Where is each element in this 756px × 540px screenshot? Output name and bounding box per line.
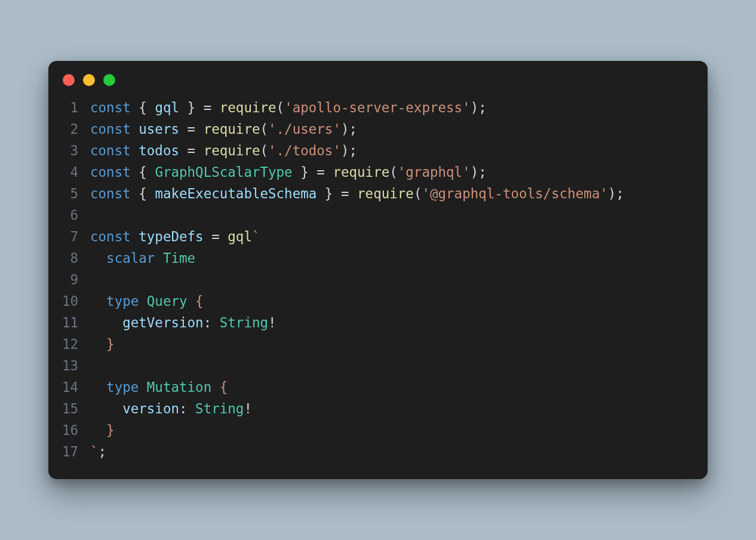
token-punct: = — [179, 121, 204, 137]
token-punct: } = — [293, 164, 333, 180]
token-punct: ); — [341, 143, 357, 158]
token-fn: gql — [228, 229, 252, 244]
titlebar — [48, 61, 708, 92]
editor-window: 1const { gql } = require('apollo-server-… — [48, 61, 708, 479]
token-kw: const — [90, 186, 131, 201]
token-str — [90, 250, 106, 266]
token-punct: ); — [471, 100, 487, 115]
code-line: 2const users = require('./users'); — [48, 118, 708, 140]
token-punct: ); — [471, 164, 487, 180]
line-number: 12 — [48, 333, 90, 355]
token-punct — [131, 143, 139, 158]
token-str: 'apollo-server-express' — [284, 100, 471, 115]
token-str — [90, 315, 122, 330]
line-number: 1 — [48, 97, 90, 118]
token-var: todos — [139, 143, 179, 158]
token-str — [90, 293, 106, 309]
code-area[interactable]: 1const { gql } = require('apollo-server-… — [48, 92, 708, 479]
token-str — [155, 250, 163, 266]
code-content: const { GraphQLScalarType } = require('g… — [90, 161, 501, 183]
token-str: './users' — [268, 121, 341, 137]
token-fn: require — [357, 186, 414, 201]
code-line: 5const { makeExecutableSchema } = requir… — [48, 183, 708, 204]
line-number: 15 — [48, 398, 90, 419]
window-close-button[interactable] — [63, 74, 75, 86]
line-number: 14 — [48, 376, 90, 398]
code-content: } — [90, 419, 129, 441]
code-content: version: String! — [90, 398, 266, 419]
token-var: makeExecutableSchema — [155, 186, 316, 201]
code-line: 3const todos = require('./todos'); — [48, 140, 708, 161]
code-content: const users = require('./users'); — [90, 118, 371, 140]
token-punct: ( — [414, 186, 422, 201]
code-content: type Query { — [90, 290, 218, 312]
line-number: 8 — [48, 247, 90, 269]
token-cls: String — [220, 315, 268, 330]
token-str — [139, 293, 147, 309]
line-number: 6 — [48, 204, 90, 226]
code-line: 4const { GraphQLScalarType } = require('… — [48, 161, 708, 183]
token-punct: { — [131, 164, 155, 180]
token-str — [90, 379, 106, 395]
token-punct: : — [204, 315, 220, 330]
code-line: 15 version: String! — [48, 398, 708, 419]
code-line: 6 — [48, 204, 708, 226]
code-content: type Mutation { — [90, 376, 242, 398]
token-punct: ! — [244, 401, 252, 416]
line-number: 5 — [48, 183, 90, 204]
code-line: 14 type Mutation { — [48, 376, 708, 398]
token-kw: type — [106, 379, 139, 395]
token-punct: } = — [179, 100, 220, 115]
line-number: 7 — [48, 226, 90, 247]
code-line: 10 type Query { — [48, 290, 708, 312]
token-punct: ); — [608, 186, 624, 201]
code-line: 17`; — [48, 441, 708, 462]
line-number: 2 — [48, 118, 90, 140]
token-punct: ); — [341, 121, 357, 137]
token-punct: { — [131, 186, 155, 201]
token-cls: Time — [163, 250, 195, 266]
code-content: } — [90, 333, 129, 355]
line-number: 11 — [48, 312, 90, 333]
token-var: getVersion — [122, 315, 203, 330]
token-str: './todos' — [268, 143, 341, 158]
window-minimize-button[interactable] — [83, 74, 95, 86]
code-line: 12 } — [48, 333, 708, 355]
token-cls: Mutation — [147, 379, 211, 395]
token-kw: const — [90, 229, 131, 244]
token-punct: ( — [260, 143, 268, 158]
token-var: gql — [155, 100, 179, 115]
token-cls: Query — [147, 293, 188, 309]
token-str: ` — [90, 444, 99, 459]
token-str: } — [90, 422, 115, 438]
token-fn: require — [220, 100, 276, 115]
token-cls: GraphQLScalarType — [155, 164, 292, 180]
token-str — [90, 401, 122, 416]
token-punct: ; — [99, 444, 107, 459]
token-punct: ( — [389, 164, 398, 180]
line-number: 3 — [48, 140, 90, 161]
token-var: typeDefs — [139, 229, 203, 244]
token-punct: : — [179, 401, 195, 416]
token-str: { — [188, 293, 204, 309]
token-kw: scalar — [106, 250, 155, 266]
code-content — [90, 269, 113, 290]
token-punct — [131, 121, 139, 137]
code-content: const todos = require('./todos'); — [90, 140, 371, 161]
code-content: `; — [90, 441, 121, 462]
code-content: const typeDefs = gql` — [90, 226, 274, 247]
code-content — [90, 355, 113, 376]
token-punct: ( — [276, 100, 285, 115]
token-punct — [131, 229, 139, 244]
window-maximize-button[interactable] — [103, 74, 115, 86]
code-content: const { makeExecutableSchema } = require… — [90, 183, 638, 204]
code-line: 1const { gql } = require('apollo-server-… — [48, 97, 708, 118]
token-kw: const — [90, 164, 131, 180]
line-number: 17 — [48, 441, 90, 462]
token-fn: require — [333, 164, 389, 180]
token-str: 'graphql' — [398, 164, 471, 180]
token-fn: require — [204, 121, 260, 137]
token-punct: } = — [316, 186, 357, 201]
token-str: { — [211, 379, 228, 395]
code-line: 11 getVersion: String! — [48, 312, 708, 333]
